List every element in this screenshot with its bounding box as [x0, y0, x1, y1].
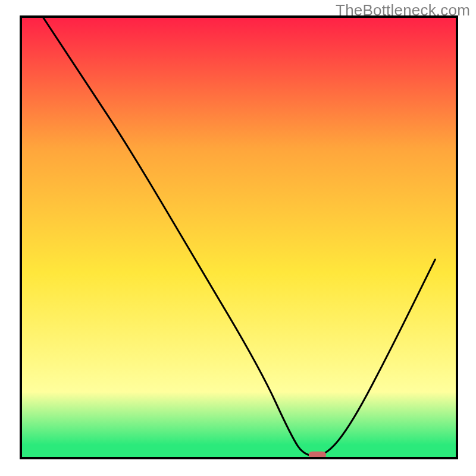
- bottleneck-chart: [0, 0, 476, 476]
- watermark-text: TheBottleneck.com: [336, 1, 470, 20]
